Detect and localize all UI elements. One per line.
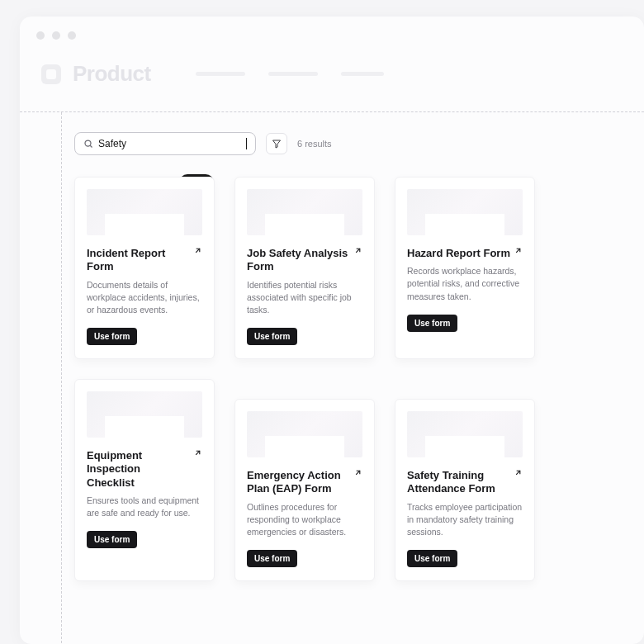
- card-description: Tracks employee participation in mandato…: [407, 501, 523, 539]
- use-form-button[interactable]: Use form: [407, 315, 457, 332]
- card-description: Documents details of workplace accidents…: [87, 279, 202, 317]
- guideline-vertical: [61, 112, 62, 644]
- form-card: Hazard Report Form Records workplace haz…: [395, 177, 535, 359]
- filter-icon: [272, 139, 282, 149]
- form-card: Emergency Action Plan (EAP) Form Outline…: [234, 399, 375, 581]
- app-header: Product: [20, 46, 644, 111]
- open-external-icon[interactable]: [353, 244, 362, 258]
- svg-point-0: [85, 140, 91, 146]
- window-minimize-dot[interactable]: [52, 31, 60, 40]
- search-field-wrap[interactable]: Erin: [74, 132, 256, 155]
- use-form-button[interactable]: Use form: [87, 328, 137, 345]
- nav-placeholder: [196, 72, 384, 76]
- svg-line-6: [196, 451, 200, 455]
- card-title: Hazard Report Form: [407, 247, 523, 260]
- use-form-button[interactable]: Use form: [87, 531, 137, 548]
- card-thumbnail: [407, 189, 523, 235]
- card-description: Outlines procedures for responding to wo…: [247, 501, 362, 539]
- card-thumbnail: [247, 411, 362, 457]
- card-title: Safety Training Attendance Form: [407, 469, 523, 496]
- card-description: Records workplace hazards, potential ris…: [407, 265, 523, 303]
- use-form-button[interactable]: Use form: [407, 550, 457, 567]
- form-card: Job Safety Analysis Form Identifies pote…: [234, 177, 375, 359]
- form-card: Equipment Inspection Checklist Ensures t…: [74, 379, 215, 581]
- card-thumbnail: [87, 189, 202, 235]
- search-toolbar: Erin 6 results: [20, 112, 644, 170]
- card-title: Emergency Action Plan (EAP) Form: [247, 469, 362, 496]
- svg-line-3: [196, 249, 200, 253]
- nav-item-placeholder[interactable]: [196, 72, 245, 76]
- window-close-dot[interactable]: [36, 31, 45, 40]
- svg-line-1: [90, 145, 92, 147]
- card-description: Identifies potential risks associated wi…: [247, 279, 362, 317]
- card-description: Ensures tools and equipment are safe and…: [87, 495, 202, 519]
- text-cursor: [246, 138, 247, 149]
- window-titlebar: [20, 17, 644, 46]
- card-title: Job Safety Analysis Form: [247, 247, 362, 274]
- card-thumbnail: [407, 411, 523, 457]
- open-external-icon[interactable]: [353, 466, 362, 481]
- search-icon: [83, 139, 93, 149]
- cards-grid: Incident Report Form Documents details o…: [20, 170, 644, 581]
- svg-line-8: [516, 471, 520, 475]
- nav-item-placeholder[interactable]: [268, 72, 318, 76]
- nav-item-placeholder[interactable]: [341, 72, 384, 76]
- card-title: Equipment Inspection Checklist: [87, 449, 202, 490]
- open-external-icon[interactable]: [193, 446, 202, 461]
- use-form-button[interactable]: Use form: [247, 328, 297, 345]
- open-external-icon[interactable]: [193, 244, 202, 258]
- card-thumbnail: [247, 189, 362, 235]
- content-area: Erin 6 results Incident Report Form Docu…: [20, 111, 644, 581]
- open-external-icon[interactable]: [514, 466, 523, 481]
- svg-line-5: [516, 249, 520, 253]
- card-title: Incident Report Form: [87, 247, 202, 274]
- results-count: 6 results: [297, 139, 332, 149]
- svg-marker-2: [273, 140, 281, 148]
- app-window: Product Erin 6 results: [20, 17, 644, 644]
- form-card: Safety Training Attendance Form Tracks e…: [395, 399, 535, 581]
- open-external-icon[interactable]: [514, 244, 523, 258]
- brand-title: Product: [73, 61, 151, 87]
- filter-button[interactable]: [266, 133, 287, 154]
- use-form-button[interactable]: Use form: [247, 550, 297, 567]
- search-input[interactable]: [98, 138, 245, 149]
- brand-logo: [41, 64, 61, 84]
- form-card: Incident Report Form Documents details o…: [74, 177, 215, 359]
- svg-line-4: [356, 249, 360, 253]
- window-maximize-dot[interactable]: [68, 31, 76, 40]
- card-thumbnail: [87, 391, 202, 438]
- svg-line-7: [356, 471, 360, 475]
